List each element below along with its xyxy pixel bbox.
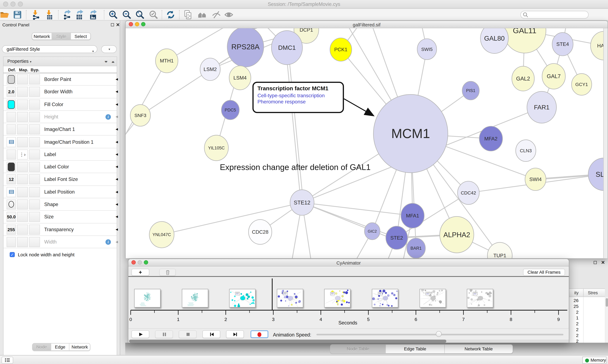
property-row-shape[interactable]: Shape◀: [3, 198, 117, 211]
search-input[interactable]: [520, 11, 589, 18]
default-value-cell[interactable]: 12: [7, 174, 16, 184]
bypass-value-cell[interactable]: [29, 199, 40, 209]
expand-row-icon[interactable]: ◀: [116, 215, 118, 219]
bypass-value-cell[interactable]: [29, 187, 40, 197]
default-value-cell[interactable]: [7, 149, 16, 159]
export-image-icon[interactable]: [88, 10, 98, 20]
property-row-fill-color[interactable]: Fill Color◀: [3, 98, 117, 111]
expand-row-icon[interactable]: ◀: [116, 228, 118, 231]
record-button[interactable]: [250, 330, 268, 338]
info-icon[interactable]: i: [105, 239, 111, 245]
hide-details-icon[interactable]: [211, 10, 221, 20]
default-value-cell[interactable]: [7, 124, 16, 135]
pause-button[interactable]: [155, 330, 173, 338]
style-selector[interactable]: galFiltered Style ▾: [2, 45, 97, 53]
bypass-value-cell[interactable]: [29, 224, 40, 234]
bypass-value-cell[interactable]: [29, 237, 40, 247]
bypass-value-cell[interactable]: [29, 149, 40, 159]
mapping-value-cell[interactable]: [17, 224, 28, 234]
mapping-value-cell[interactable]: ⋮›: [17, 149, 28, 159]
zoom-selected-icon[interactable]: [149, 10, 159, 20]
close-panel-icon[interactable]: ✕: [116, 23, 120, 26]
mapping-value-cell[interactable]: [17, 99, 28, 109]
expand-row-icon[interactable]: ◀: [116, 78, 118, 81]
expand-row-icon[interactable]: ◀: [116, 128, 118, 131]
zoom-fit-icon[interactable]: [135, 10, 145, 20]
export-network-icon[interactable]: [62, 10, 72, 20]
properties-header[interactable]: Properties ▾ ▾▾ ▴▴: [3, 57, 117, 66]
property-row-height[interactable]: Heighti◀: [3, 111, 117, 123]
clear-all-frames-button[interactable]: Clear All Frames: [523, 269, 565, 276]
default-value-cell[interactable]: 2.0: [7, 87, 16, 97]
mapping-value-cell[interactable]: [17, 174, 28, 184]
expand-row-icon[interactable]: ◀: [116, 140, 118, 143]
default-value-cell[interactable]: [7, 137, 16, 147]
show-panels-button[interactable]: [1, 356, 13, 363]
bypass-value-cell[interactable]: [29, 124, 40, 135]
network-overview-icon[interactable]: [197, 10, 207, 20]
mapping-value-cell[interactable]: [17, 237, 28, 247]
property-row-width[interactable]: Widthi◀: [3, 236, 117, 248]
timeline-frame-0[interactable]: [134, 289, 161, 308]
tab-network[interactable]: Network: [69, 343, 90, 351]
duplicate-network-icon[interactable]: [183, 10, 193, 20]
close-panel-icon[interactable]: ✕: [601, 260, 605, 264]
go-to-start-button[interactable]: [202, 330, 220, 338]
open-file-icon[interactable]: [0, 10, 10, 20]
tab-network[interactable]: Network: [32, 33, 52, 39]
lock-size-checkbox[interactable]: ✓: [10, 252, 15, 257]
tab-node[interactable]: Node: [33, 343, 51, 351]
info-icon[interactable]: i: [105, 114, 111, 119]
default-value-cell[interactable]: 50.0: [7, 212, 16, 222]
go-to-end-button[interactable]: [226, 330, 244, 338]
property-row-border-width[interactable]: 2.0Border Width◀: [3, 86, 117, 98]
import-network-icon[interactable]: [30, 10, 41, 20]
bypass-value-cell[interactable]: [29, 174, 40, 184]
expand-row-icon[interactable]: ◀: [116, 240, 118, 244]
cyanimator-hscrollbar[interactable]: [128, 340, 569, 343]
expand-row-icon[interactable]: ◀: [116, 178, 118, 181]
network-scrollbar[interactable]: [603, 28, 608, 258]
expand-row-icon[interactable]: ◀: [116, 203, 118, 206]
cyanimator-title-bar[interactable]: CyAnimator: [128, 259, 569, 266]
tab-node-table[interactable]: Node Table: [331, 345, 386, 353]
property-row-label[interactable]: ⋮›Label◀: [3, 148, 117, 161]
tab-style[interactable]: Style: [52, 33, 71, 39]
default-value-cell[interactable]: [7, 162, 16, 172]
timeline-frame-5[interactable]: [372, 289, 398, 308]
network-canvas[interactable]: GAL11GAL80STE4HAP2DCP1RPS28ADMC1PCK1SWI5…: [125, 28, 608, 258]
refresh-icon[interactable]: [166, 10, 176, 20]
bypass-value-cell[interactable]: [29, 162, 40, 172]
default-value-cell[interactable]: [7, 74, 16, 84]
expand-row-icon[interactable]: ◀: [116, 152, 118, 156]
property-row-label-color[interactable]: Label Color◀: [3, 161, 117, 173]
mapping-value-cell[interactable]: [17, 187, 28, 197]
tab-edge[interactable]: Edge: [51, 343, 70, 351]
default-value-cell[interactable]: [7, 112, 16, 122]
property-row-image-chart-1[interactable]: Image/Chart 1◀: [3, 123, 117, 136]
expand-row-icon[interactable]: ◀: [116, 90, 118, 93]
default-value-cell[interactable]: [7, 199, 16, 209]
property-row-size[interactable]: 50.0Size◀: [3, 211, 117, 223]
expand-row-icon[interactable]: ◀: [116, 190, 118, 194]
mapping-value-cell[interactable]: [17, 124, 28, 135]
timeline-frame-1[interactable]: [182, 289, 208, 308]
float-panel-icon[interactable]: [111, 23, 114, 26]
tab-select[interactable]: Select: [71, 33, 90, 39]
timeline-frame-3[interactable]: [277, 289, 303, 308]
timeline-frame-2[interactable]: [229, 289, 256, 308]
collapse-all-icon[interactable]: ▾▾: [105, 57, 107, 66]
expand-row-icon[interactable]: ◀: [116, 115, 118, 118]
tab-edge-table[interactable]: Edge Table: [386, 345, 445, 353]
mapping-value-cell[interactable]: [17, 137, 28, 147]
play-button[interactable]: [131, 330, 149, 338]
network-edge[interactable]: [286, 48, 301, 203]
timeline-frame-6[interactable]: [419, 289, 446, 308]
default-value-cell[interactable]: [7, 237, 16, 247]
stop-button[interactable]: [179, 330, 197, 338]
timeline-frame-7[interactable]: [467, 289, 493, 308]
network-edge[interactable]: [288, 48, 303, 203]
property-row-image-chart-position-1[interactable]: Image/Chart Position 1◀: [3, 136, 117, 148]
animation-speed-slider-thumb[interactable]: [436, 331, 442, 337]
expand-row-icon[interactable]: ◀: [116, 165, 118, 169]
